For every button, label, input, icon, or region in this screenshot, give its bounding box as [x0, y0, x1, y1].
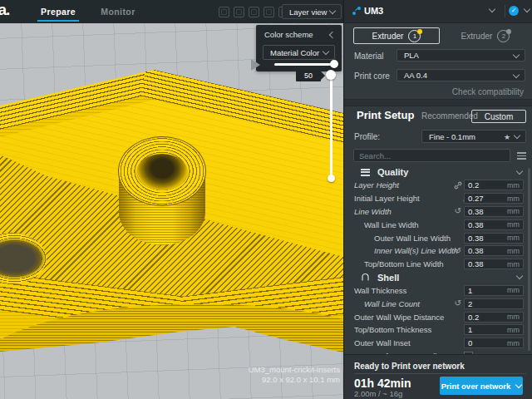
time-estimate: 01h 42min: [354, 377, 411, 390]
setting-value: 1: [468, 325, 507, 334]
color-scheme-dropdown[interactable]: Material Color: [263, 45, 335, 60]
setting-value-field[interactable]: 0.38mm: [464, 206, 524, 217]
model-boss-hole: [136, 154, 188, 190]
header-divider: [505, 5, 505, 17]
setting-label: Wall Line Count: [364, 299, 420, 308]
revert-icon[interactable]: ↺: [455, 247, 461, 255]
setting-row: Line Width↺i0.38mm: [344, 205, 532, 219]
link-icon: [454, 181, 462, 190]
setting-label: Wall Thickness: [354, 286, 406, 295]
material-color-dot: [417, 29, 422, 34]
shell-category-icon: [361, 273, 370, 282]
setting-row: Outer Wall Line Width0.38mm: [344, 231, 532, 244]
print-over-network-button[interactable]: Print over network: [440, 377, 523, 395]
view-mode-dropdown[interactable]: Layer view: [282, 4, 342, 19]
print-core-value: AA 0.4: [404, 71, 427, 80]
setting-value: 0: [468, 338, 507, 347]
play-icon[interactable]: [251, 59, 260, 71]
setting-value: 0.38: [468, 234, 507, 243]
setting-unit: mm: [507, 220, 520, 229]
setting-value: 0.38: [468, 259, 507, 268]
settings-scrollbar[interactable]: [528, 168, 530, 351]
view-preset-icon-1[interactable]: [219, 7, 229, 17]
setting-value: 1: [468, 286, 507, 295]
favorite-star-icon[interactable]: ★: [504, 133, 510, 141]
layer-slider-track[interactable]: [330, 75, 332, 178]
setting-value: 0.2: [468, 313, 507, 322]
setting-unit: mm: [507, 207, 520, 215]
sidebar-panel: UM3 ✓ Extruder 1 Extruder 2 Material PLA: [343, 0, 532, 399]
revert-icon[interactable]: ↺: [455, 207, 461, 215]
profile-dropdown[interactable]: Fine - 0.1mm ★: [421, 130, 526, 143]
extruder-1-tab[interactable]: Extruder 1: [353, 27, 440, 44]
view-preset-icon-3[interactable]: [249, 7, 259, 17]
mode-custom-button[interactable]: Custom: [471, 110, 526, 123]
extruder-2-tab[interactable]: Extruder 2: [442, 27, 529, 44]
view-preset-icon-2[interactable]: [234, 7, 244, 17]
setting-label: Top/Bottom Thickness: [354, 325, 431, 334]
status-text: Ready to Print over network: [354, 362, 465, 371]
print-core-dropdown[interactable]: AA 0.4: [397, 69, 525, 81]
top-toolbar: ra. Prepare Monitor Layer view: [0, 0, 343, 23]
check-compatibility-link[interactable]: Check compatibility: [452, 87, 524, 96]
layer-slider-handle-top[interactable]: [326, 70, 336, 80]
playback-slider-track[interactable]: [274, 63, 335, 66]
setting-value: 0.38: [468, 246, 507, 255]
profile-value: Fine - 0.1mm: [429, 132, 475, 141]
setting-value-field[interactable]: 0.38mm: [464, 259, 524, 269]
setting-value-field[interactable]: 0.38mm: [464, 233, 524, 244]
category-title: Quality: [377, 167, 408, 177]
setting-label: Outer Wall Inset: [354, 338, 411, 347]
setting-value-field[interactable]: 0.2mm: [464, 180, 524, 190]
layer-slider-handle-bottom[interactable]: [328, 175, 335, 182]
filter-menu-icon[interactable]: [517, 152, 526, 160]
setting-value-field[interactable]: 0.38mm: [464, 245, 524, 256]
extruder-2-label: Extruder: [461, 32, 493, 41]
setting-value-field[interactable]: 1mm: [464, 285, 524, 296]
setting-label: Wall Line Width: [364, 220, 419, 229]
setting-unit: mm: [507, 286, 520, 294]
category-header-shell[interactable]: Shell: [344, 271, 532, 284]
model-size-label: 92.0 x 92.0 x 10.1 mm: [249, 375, 340, 385]
setting-row: Wall Line Width0.38mm: [344, 218, 532, 231]
mode-recommended-button[interactable]: Recommended: [421, 110, 469, 123]
view-preset-icon-4[interactable]: [264, 7, 274, 17]
print-job-footer: Ready to Print over network 01h 42min 2.…: [344, 354, 532, 399]
setting-value-field[interactable]: 0.27mm: [464, 193, 524, 204]
chevron-down-icon: [516, 273, 523, 279]
setting-value-field[interactable]: 0.38mm: [464, 219, 524, 230]
printer-name: UM3: [364, 6, 383, 16]
settings-list: QualityLayer Height↺0.2mmInitial Layer H…: [344, 165, 532, 354]
setting-value-field[interactable]: 2: [464, 298, 524, 309]
chevron-down-icon: [513, 51, 520, 57]
extruder-1-number-badge: 1: [408, 30, 421, 42]
search-input[interactable]: [353, 149, 510, 162]
profile-label: Profile:: [354, 132, 380, 141]
playback-slider-handle[interactable]: [330, 60, 338, 68]
material-dropdown[interactable]: PLA: [397, 49, 525, 62]
setting-value-field[interactable]: 1mm: [464, 324, 524, 335]
setting-value-field[interactable]: 0mm: [464, 337, 524, 348]
tab-monitor[interactable]: Monitor: [93, 0, 143, 23]
material-label: Material: [354, 52, 384, 61]
setting-row: Inner Wall(s) Line Width↺i0.38mm: [344, 244, 532, 258]
viewport-3d[interactable]: Color scheme Material Color 50 UM3_mount…: [0, 23, 343, 399]
model-caption: UM3_mount-crickit-inserts 92.0 x 92.0 x …: [249, 365, 340, 385]
setting-row: Top/Bottom Thickness1mm: [344, 323, 532, 337]
material-usage: 2.00m / ~ 16g: [354, 389, 402, 398]
chevron-left-icon[interactable]: [329, 32, 336, 38]
setting-label: Layer Height: [354, 180, 399, 190]
print-button-label: Print over network: [441, 382, 510, 391]
setting-row: Layer Height↺0.2mm: [344, 179, 532, 192]
chevron-down-icon: [515, 381, 522, 387]
setting-value-field[interactable]: 0.2mm: [464, 312, 524, 323]
extruder-2-number-badge: 2: [497, 30, 510, 42]
layer-value-tooltip: 50: [296, 70, 321, 81]
network-printer-icon: [352, 7, 362, 16]
setting-row: Wall Thickness1mm: [344, 284, 532, 298]
category-header-quality[interactable]: Quality: [344, 165, 532, 179]
printer-select-chevron-icon[interactable]: [489, 6, 495, 12]
cura-logo: ra.: [0, 1, 9, 19]
panel-collapse-chevron-icon[interactable]: [524, 6, 530, 12]
revert-icon[interactable]: ↺: [455, 299, 461, 308]
